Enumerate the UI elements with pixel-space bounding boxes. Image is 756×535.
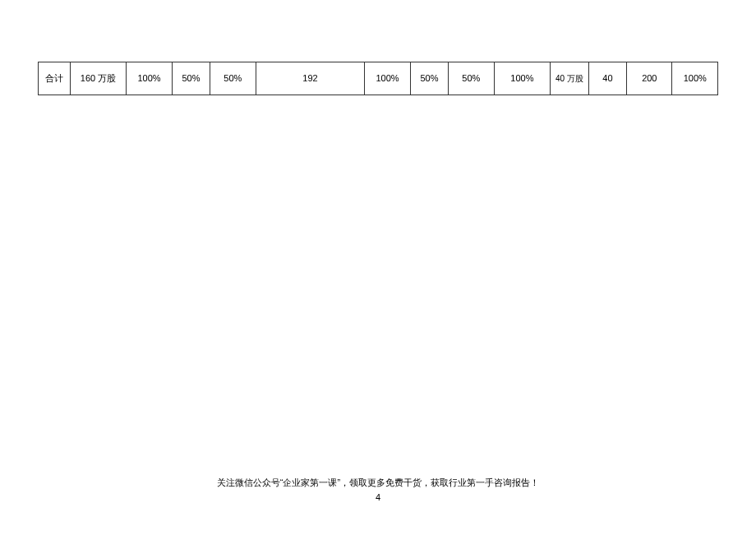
footer-text: 关注微信公众号“企业家第一课”，领取更多免费干货，获取行业第一手咨询报告！ [0, 477, 756, 489]
cell-value: 40 万股 [551, 62, 588, 95]
cell-value: 100% [127, 62, 172, 95]
summary-table: 合计 160 万股 100% 50% 50% 192 100% 50% 50% … [38, 62, 718, 95]
cell-value: 50% [449, 62, 494, 95]
cell-label: 合计 [39, 62, 71, 95]
cell-value: 50% [410, 62, 448, 95]
cell-value: 100% [494, 62, 551, 95]
table-row: 合计 160 万股 100% 50% 50% 192 100% 50% 50% … [39, 62, 718, 95]
page-footer: 关注微信公众号“企业家第一课”，领取更多免费干货，获取行业第一手咨询报告！ 4 [0, 477, 756, 502]
cell-value: 50% [210, 62, 256, 95]
cell-value: 50% [172, 62, 210, 95]
cell-value: 40 [588, 62, 626, 95]
table-container: 合计 160 万股 100% 50% 50% 192 100% 50% 50% … [38, 62, 718, 95]
cell-value: 100% [365, 62, 410, 95]
cell-value: 200 [627, 62, 672, 95]
cell-value: 160 万股 [70, 62, 127, 95]
cell-value: 192 [256, 62, 365, 95]
page-number: 4 [0, 492, 756, 502]
cell-value: 100% [672, 62, 718, 95]
